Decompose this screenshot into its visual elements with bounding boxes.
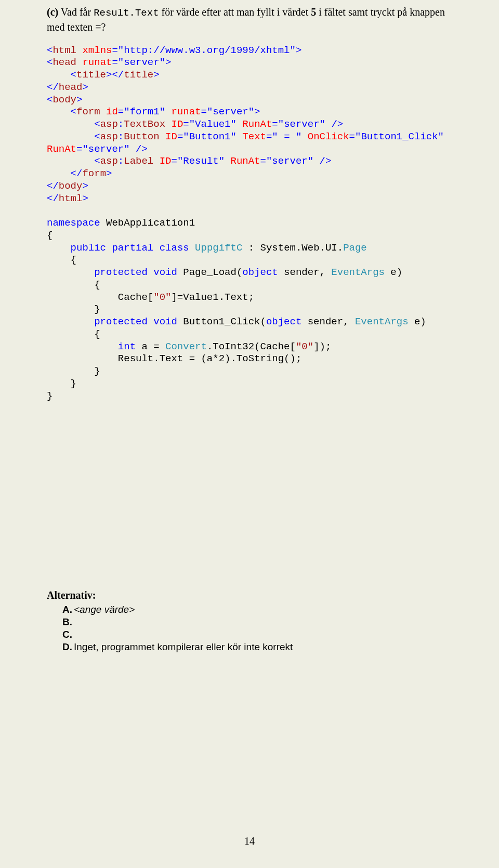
alternative-label: A. <box>62 604 74 615</box>
question-bold-value: 5 <box>311 6 316 18</box>
alternatives-heading: Alternativ: <box>47 589 452 601</box>
alternatives-section: Alternativ: A.<ange värde>B.C.D.Inget, p… <box>47 589 452 653</box>
question-mono: Result.Text <box>94 7 159 19</box>
code-block: <html xmlns="http://www.w3.org/1999/xhtm… <box>47 45 452 403</box>
alternative-label: D. <box>62 641 74 653</box>
question-paragraph: (c) Vad får Result.Text för värde efter … <box>47 5 452 34</box>
alternative-item: A.<ange värde> <box>62 604 452 615</box>
alternative-item: D.Inget, programmet kompilerar eller kör… <box>62 641 452 653</box>
question-text-1: Vad får <box>58 6 94 18</box>
alternatives-list: A.<ange värde>B.C.D.Inget, programmet ko… <box>47 604 452 653</box>
alternative-text: Inget, programmet kompilerar eller kör i… <box>74 641 293 652</box>
alternative-item: B. <box>62 616 452 628</box>
alternative-text: <ange värde> <box>74 604 135 615</box>
question-label: (c) <box>47 6 58 18</box>
page-number: 14 <box>0 835 499 847</box>
alternative-label: C. <box>62 629 74 640</box>
alternative-item: C. <box>62 629 452 640</box>
document-page: (c) Vad får Result.Text för värde efter … <box>0 0 499 868</box>
alternative-label: B. <box>62 616 74 628</box>
question-text-2: för värde efter att man fyllt i värdet <box>159 6 311 18</box>
